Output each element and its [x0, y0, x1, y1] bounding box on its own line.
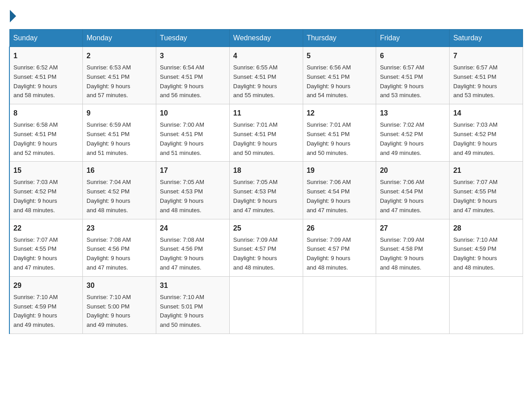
day-number: 7	[453, 51, 519, 61]
header-friday: Friday	[376, 30, 450, 47]
day-number: 26	[307, 223, 373, 234]
day-info: Sunrise: 7:07 AM Sunset: 4:55 PM Dayligh…	[453, 178, 519, 215]
day-number: 16	[86, 165, 152, 176]
day-info: Sunrise: 7:06 AM Sunset: 4:54 PM Dayligh…	[380, 178, 446, 215]
day-info: Sunrise: 7:05 AM Sunset: 4:53 PM Dayligh…	[160, 178, 226, 215]
calendar-cell: 27 Sunrise: 7:09 AM Sunset: 4:58 PM Dayl…	[376, 219, 450, 276]
calendar-cell: 29 Sunrise: 7:10 AM Sunset: 4:59 PM Dayl…	[9, 276, 83, 334]
day-number: 23	[86, 223, 152, 234]
day-info: Sunrise: 7:10 AM Sunset: 5:01 PM Dayligh…	[160, 293, 226, 330]
day-number: 15	[13, 165, 79, 176]
calendar-cell	[229, 276, 303, 334]
day-info: Sunrise: 6:57 AM Sunset: 4:51 PM Dayligh…	[453, 63, 519, 100]
calendar-cell: 3 Sunrise: 6:54 AM Sunset: 4:51 PM Dayli…	[156, 47, 230, 104]
calendar-cell	[376, 276, 450, 334]
calendar-cell: 2 Sunrise: 6:53 AM Sunset: 4:51 PM Dayli…	[83, 47, 156, 104]
calendar-cell: 13 Sunrise: 7:02 AM Sunset: 4:52 PM Dayl…	[376, 104, 450, 162]
header-thursday: Thursday	[303, 30, 376, 47]
calendar-cell: 24 Sunrise: 7:08 AM Sunset: 4:56 PM Dayl…	[156, 219, 230, 276]
day-info: Sunrise: 7:06 AM Sunset: 4:54 PM Dayligh…	[307, 178, 373, 215]
day-info: Sunrise: 6:58 AM Sunset: 4:51 PM Dayligh…	[13, 120, 79, 158]
header-sunday: Sunday	[9, 30, 83, 47]
day-number: 19	[307, 165, 373, 176]
calendar-cell: 8 Sunrise: 6:58 AM Sunset: 4:51 PM Dayli…	[9, 104, 83, 162]
calendar-cell: 20 Sunrise: 7:06 AM Sunset: 4:54 PM Dayl…	[376, 162, 450, 219]
day-number: 25	[233, 223, 299, 234]
day-info: Sunrise: 7:08 AM Sunset: 4:56 PM Dayligh…	[160, 235, 226, 273]
calendar-cell	[303, 276, 376, 334]
calendar-week-row: 8 Sunrise: 6:58 AM Sunset: 4:51 PM Dayli…	[9, 104, 523, 162]
day-info: Sunrise: 7:08 AM Sunset: 4:56 PM Dayligh…	[86, 235, 152, 273]
calendar-week-row: 1 Sunrise: 6:52 AM Sunset: 4:51 PM Dayli…	[9, 47, 523, 104]
calendar-cell	[450, 276, 523, 334]
day-info: Sunrise: 6:56 AM Sunset: 4:51 PM Dayligh…	[307, 63, 373, 100]
logo-arrow-icon	[10, 10, 16, 22]
calendar-cell: 12 Sunrise: 7:01 AM Sunset: 4:51 PM Dayl…	[303, 104, 376, 162]
day-info: Sunrise: 7:07 AM Sunset: 4:55 PM Dayligh…	[13, 235, 79, 273]
day-info: Sunrise: 7:00 AM Sunset: 4:51 PM Dayligh…	[160, 120, 226, 158]
calendar-cell: 21 Sunrise: 7:07 AM Sunset: 4:55 PM Dayl…	[450, 162, 523, 219]
calendar-cell: 18 Sunrise: 7:05 AM Sunset: 4:53 PM Dayl…	[229, 162, 303, 219]
day-info: Sunrise: 6:59 AM Sunset: 4:51 PM Dayligh…	[86, 120, 152, 158]
day-number: 6	[380, 51, 446, 61]
calendar-cell: 16 Sunrise: 7:04 AM Sunset: 4:52 PM Dayl…	[83, 162, 156, 219]
header-tuesday: Tuesday	[156, 30, 230, 47]
day-info: Sunrise: 7:04 AM Sunset: 4:52 PM Dayligh…	[86, 178, 152, 215]
day-info: Sunrise: 7:10 AM Sunset: 5:00 PM Dayligh…	[86, 293, 152, 330]
calendar-cell: 28 Sunrise: 7:10 AM Sunset: 4:59 PM Dayl…	[450, 219, 523, 276]
calendar-week-row: 15 Sunrise: 7:03 AM Sunset: 4:52 PM Dayl…	[9, 162, 523, 219]
day-info: Sunrise: 7:05 AM Sunset: 4:53 PM Dayligh…	[233, 178, 299, 215]
day-number: 3	[160, 51, 226, 61]
calendar-cell: 5 Sunrise: 6:56 AM Sunset: 4:51 PM Dayli…	[303, 47, 376, 104]
day-number: 18	[233, 165, 299, 176]
day-number: 17	[160, 165, 226, 176]
calendar-cell: 31 Sunrise: 7:10 AM Sunset: 5:01 PM Dayl…	[156, 276, 230, 334]
day-info: Sunrise: 6:52 AM Sunset: 4:51 PM Dayligh…	[13, 63, 79, 100]
day-number: 5	[307, 51, 373, 61]
day-info: Sunrise: 7:09 AM Sunset: 4:57 PM Dayligh…	[307, 235, 373, 273]
calendar-cell: 23 Sunrise: 7:08 AM Sunset: 4:56 PM Dayl…	[83, 219, 156, 276]
calendar-cell: 22 Sunrise: 7:07 AM Sunset: 4:55 PM Dayl…	[9, 219, 83, 276]
day-number: 27	[380, 223, 446, 234]
day-number: 9	[86, 108, 152, 119]
day-number: 8	[13, 108, 79, 119]
day-number: 2	[86, 51, 152, 61]
calendar-cell: 25 Sunrise: 7:09 AM Sunset: 4:57 PM Dayl…	[229, 219, 303, 276]
calendar-cell: 4 Sunrise: 6:55 AM Sunset: 4:51 PM Dayli…	[229, 47, 303, 104]
calendar-cell: 19 Sunrise: 7:06 AM Sunset: 4:54 PM Dayl…	[303, 162, 376, 219]
header-monday: Monday	[83, 30, 156, 47]
calendar-cell: 17 Sunrise: 7:05 AM Sunset: 4:53 PM Dayl…	[156, 162, 230, 219]
day-number: 22	[13, 223, 79, 234]
day-info: Sunrise: 7:03 AM Sunset: 4:52 PM Dayligh…	[453, 120, 519, 158]
calendar-cell: 6 Sunrise: 6:57 AM Sunset: 4:51 PM Dayli…	[376, 47, 450, 104]
logo	[9, 9, 16, 20]
day-number: 1	[13, 51, 79, 61]
calendar-week-row: 22 Sunrise: 7:07 AM Sunset: 4:55 PM Dayl…	[9, 219, 523, 276]
day-number: 24	[160, 223, 226, 234]
day-info: Sunrise: 7:01 AM Sunset: 4:51 PM Dayligh…	[233, 120, 299, 158]
day-number: 20	[380, 165, 446, 176]
day-number: 14	[453, 108, 519, 119]
day-info: Sunrise: 6:53 AM Sunset: 4:51 PM Dayligh…	[86, 63, 152, 100]
day-number: 29	[13, 280, 79, 291]
day-info: Sunrise: 7:03 AM Sunset: 4:52 PM Dayligh…	[13, 178, 79, 215]
calendar-cell: 14 Sunrise: 7:03 AM Sunset: 4:52 PM Dayl…	[450, 104, 523, 162]
day-number: 12	[307, 108, 373, 119]
calendar-cell: 10 Sunrise: 7:00 AM Sunset: 4:51 PM Dayl…	[156, 104, 230, 162]
header-saturday: Saturday	[450, 30, 523, 47]
day-info: Sunrise: 7:02 AM Sunset: 4:52 PM Dayligh…	[380, 120, 446, 158]
calendar-cell: 11 Sunrise: 7:01 AM Sunset: 4:51 PM Dayl…	[229, 104, 303, 162]
day-info: Sunrise: 7:10 AM Sunset: 4:59 PM Dayligh…	[453, 235, 519, 273]
day-number: 13	[380, 108, 446, 119]
header-wednesday: Wednesday	[229, 30, 303, 47]
calendar-cell: 30 Sunrise: 7:10 AM Sunset: 5:00 PM Dayl…	[83, 276, 156, 334]
day-info: Sunrise: 7:10 AM Sunset: 4:59 PM Dayligh…	[13, 293, 79, 330]
calendar-week-row: 29 Sunrise: 7:10 AM Sunset: 4:59 PM Dayl…	[9, 276, 523, 334]
page-header	[9, 9, 523, 20]
calendar-header-row: Sunday Monday Tuesday Wednesday Thursday…	[9, 30, 523, 47]
day-number: 31	[160, 280, 226, 291]
calendar-table: Sunday Monday Tuesday Wednesday Thursday…	[9, 29, 523, 334]
day-number: 4	[233, 51, 299, 61]
calendar-cell: 9 Sunrise: 6:59 AM Sunset: 4:51 PM Dayli…	[83, 104, 156, 162]
calendar-cell: 7 Sunrise: 6:57 AM Sunset: 4:51 PM Dayli…	[450, 47, 523, 104]
